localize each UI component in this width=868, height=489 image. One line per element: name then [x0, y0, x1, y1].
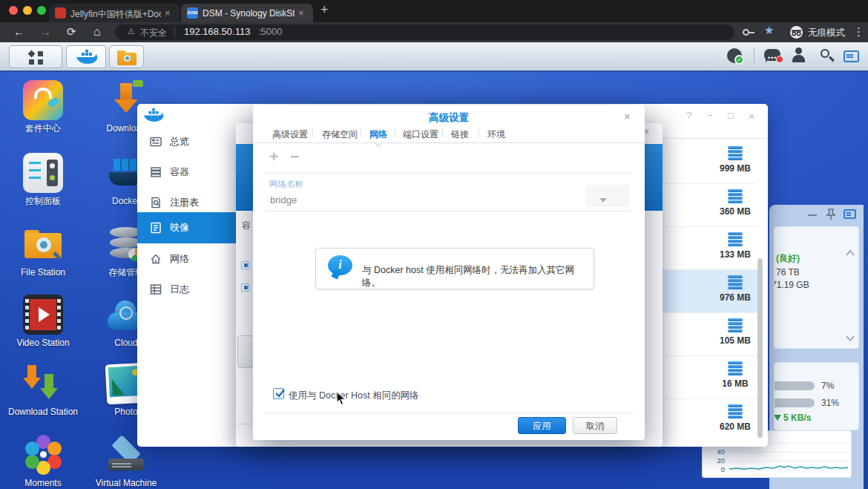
url-host: 192.168.50.113	[184, 26, 250, 37]
sidebar-item-container[interactable]: 容器	[137, 158, 245, 186]
user-icon[interactable]	[795, 47, 802, 54]
y-tick: 20	[704, 457, 725, 465]
minimize-icon[interactable]: −	[707, 110, 713, 121]
desktop-icon-video-station[interactable]: Video Station	[6, 295, 80, 348]
address-bar[interactable]: ⚠ 不安全 192.168.50.113 :5000	[115, 24, 734, 40]
cancel-button[interactable]: 取消	[573, 417, 617, 434]
tab-port-settings[interactable]: 端口设置	[403, 128, 438, 141]
desktop-icon-label: Virtual Machine	[89, 479, 163, 488]
close-icon[interactable]: ×	[624, 110, 631, 122]
notifications-tail	[766, 59, 769, 62]
not-secure-warning-icon[interactable]: ⚠	[128, 27, 135, 36]
widget-panel-icon[interactable]	[844, 50, 859, 62]
chevron-up-icon[interactable]	[846, 250, 855, 256]
tab-environment[interactable]: 环境	[487, 128, 505, 141]
help-icon[interactable]: ?	[686, 110, 691, 121]
desktop-icon-download-station[interactable]: Download Station	[6, 364, 80, 417]
dsm-favicon: DSM	[187, 7, 198, 19]
health-used: 71.19 GB	[774, 280, 809, 290]
sidebar-item-overview[interactable]: 总览	[137, 128, 245, 156]
tab-jellyfin[interactable]: Jellyfin中国特供版+Docker镜像 ×	[49, 4, 180, 22]
file-station-taskbar-button[interactable]	[109, 45, 144, 68]
footer-divider	[263, 413, 634, 413]
bookmark-star-icon[interactable]: ★	[764, 24, 774, 37]
main-menu-icon	[38, 59, 43, 65]
tab-volume[interactable]: 存储空间	[322, 128, 358, 141]
macos-zoom-button[interactable]	[37, 6, 46, 15]
back-icon[interactable]: ←	[13, 25, 24, 38]
same-network-checkbox-label[interactable]: 使用与 Docker Host 相同的网络	[289, 390, 419, 402]
desktop-icon-moments[interactable]: Moments	[6, 435, 80, 488]
main-menu-button[interactable]	[9, 45, 62, 68]
tab-advanced-settings[interactable]: 高级设置	[272, 128, 308, 141]
wizard-footer-divider	[237, 424, 252, 424]
y-tick: 40	[704, 448, 725, 456]
sidebar-label: 注册表	[170, 196, 199, 209]
desktop-icon-control-panel[interactable]: 控制面板	[6, 153, 80, 206]
notification-badge	[776, 56, 783, 63]
remove-network-button[interactable]: −	[290, 151, 303, 163]
tab-close-icon[interactable]: ×	[165, 7, 171, 19]
sidebar-item-image[interactable]: 映像	[137, 212, 245, 243]
health-total: 76 TB	[776, 267, 800, 278]
macos-minimize-button[interactable]	[23, 6, 32, 15]
close-icon[interactable]: ×	[749, 110, 755, 122]
jellyfin-favicon	[55, 7, 66, 19]
cpu-bar	[774, 381, 815, 390]
sidebar-item-network[interactable]: 网络	[137, 245, 245, 273]
panel-knobs	[50, 163, 55, 168]
desktop-icon-file-station[interactable]: File Station	[6, 224, 80, 278]
download-station-icon	[23, 364, 63, 404]
scrollbar-thumb[interactable]	[757, 258, 763, 438]
widget-minimize-icon[interactable]	[808, 214, 817, 216]
search-icon[interactable]	[821, 49, 829, 58]
image-disk-icon	[709, 146, 761, 160]
desktop-icon-package-center[interactable]: 套件中心	[6, 80, 80, 134]
tab-dsm[interactable]: DSM DSM - Synology DiskStation ×	[181, 4, 313, 22]
add-network-button[interactable]: +	[269, 151, 282, 163]
tab-close-icon[interactable]: ×	[298, 7, 304, 19]
toolbar-divider	[265, 173, 633, 174]
network-select-value[interactable]: bridge	[270, 194, 297, 206]
wizard-partial-button[interactable]	[237, 335, 254, 368]
docker-taskbar-button[interactable]	[66, 45, 106, 68]
globe-lines	[119, 306, 133, 320]
sidebar-label: 日志	[170, 283, 189, 296]
incognito-icon	[789, 25, 803, 39]
apply-button[interactable]: 应用	[518, 417, 566, 434]
tray-divider	[754, 47, 754, 64]
panel-lines	[29, 162, 41, 164]
main-menu-icon	[28, 50, 36, 58]
registry-icon	[149, 196, 162, 209]
url-divider	[174, 27, 175, 37]
maximize-icon[interactable]: □	[728, 110, 734, 121]
home-icon[interactable]: ⌂	[93, 25, 101, 39]
cpu-percent: 7%	[821, 381, 834, 391]
dropdown-chevron-icon[interactable]	[599, 198, 607, 203]
user-icon[interactable]	[792, 55, 805, 62]
magnifier-lens	[36, 237, 51, 252]
mouse-cursor	[336, 391, 346, 406]
folder-tab	[117, 50, 125, 54]
reload-icon[interactable]: ⟳	[67, 25, 76, 39]
widget-layout-icon[interactable]	[844, 209, 856, 219]
system-health-widget[interactable]: (良好) 76 TB 71.19 GB	[774, 226, 859, 349]
tab-links[interactable]: 链接	[451, 128, 469, 141]
sidebar-label: 网络	[170, 252, 189, 266]
sidebar-item-log[interactable]: 日志	[137, 275, 245, 303]
password-key-icon[interactable]	[749, 32, 754, 33]
wizard-tree-check	[244, 286, 248, 289]
not-secure-label[interactable]: 不安全	[140, 27, 167, 39]
image-disk-icon	[709, 275, 761, 289]
new-tab-button[interactable]: +	[320, 2, 329, 18]
forward-icon[interactable]: →	[40, 25, 51, 38]
widget-pin-icon[interactable]	[826, 209, 836, 220]
macos-close-button[interactable]	[9, 6, 18, 15]
resource-monitor-widget[interactable]: 7% 31% 5 KB/s	[774, 362, 859, 430]
chevron-down-icon[interactable]	[846, 335, 855, 341]
orange-arrow-head	[23, 378, 41, 389]
tab-separator	[361, 128, 361, 138]
browser-menu-icon[interactable]: ⋮	[853, 25, 864, 39]
petal	[47, 442, 62, 456]
green-tab	[133, 80, 143, 87]
